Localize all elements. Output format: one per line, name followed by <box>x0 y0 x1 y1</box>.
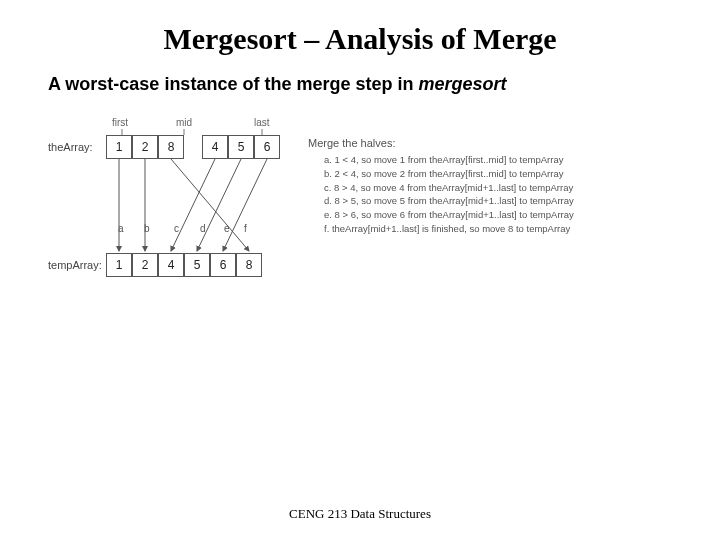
temparray-cell: 1 <box>106 253 132 277</box>
thearray-cell: 6 <box>254 135 280 159</box>
diagram: first mid last theArray: 1 2 8 4 5 6 a b… <box>48 111 688 331</box>
svg-line-7 <box>223 159 267 251</box>
thearray-cell: 4 <box>202 135 228 159</box>
merge-step: a. 1 < 4, so move 1 from theArray[first.… <box>324 153 574 167</box>
merge-step: f. theArray[mid+1..last] is finished, so… <box>324 222 574 236</box>
slide-title: Mergesort – Analysis of Merge <box>0 22 720 56</box>
thearray-cell: 2 <box>132 135 158 159</box>
subtitle-text: A worst-case instance of the merge step … <box>48 74 418 94</box>
merge-steps: a. 1 < 4, so move 1 from theArray[first.… <box>324 153 574 236</box>
label-thearray: theArray: <box>48 141 93 153</box>
step-letter: e <box>224 223 230 234</box>
thearray-cell: 1 <box>106 135 132 159</box>
merge-step: e. 8 > 6, so move 6 from theArray[mid+1.… <box>324 208 574 222</box>
step-letter: a <box>118 223 124 234</box>
temparray-row: 1 2 4 5 6 8 <box>106 253 262 277</box>
merge-heading: Merge the halves: <box>308 137 395 149</box>
footer: CENG 213 Data Structures <box>0 506 720 522</box>
temparray-cell: 8 <box>236 253 262 277</box>
subtitle-italic: mergesort <box>418 74 506 94</box>
step-letter: f <box>244 223 247 234</box>
label-last: last <box>254 117 270 128</box>
thearray-row: 1 2 8 4 5 6 <box>106 135 280 159</box>
step-letter: b <box>144 223 150 234</box>
merge-step: d. 8 > 5, so move 5 from theArray[mid+1.… <box>324 194 574 208</box>
thearray-cell: 8 <box>158 135 184 159</box>
merge-step: b. 2 < 4, so move 2 from theArray[first.… <box>324 167 574 181</box>
label-mid: mid <box>176 117 192 128</box>
label-first: first <box>112 117 128 128</box>
step-letter: d <box>200 223 206 234</box>
temparray-cell: 6 <box>210 253 236 277</box>
temparray-cell: 2 <box>132 253 158 277</box>
step-letter: c <box>174 223 179 234</box>
svg-line-6 <box>197 159 241 251</box>
thearray-cell: 5 <box>228 135 254 159</box>
array-gap <box>184 135 202 159</box>
svg-line-8 <box>171 159 249 251</box>
slide-subtitle: A worst-case instance of the merge step … <box>48 74 720 95</box>
temparray-cell: 4 <box>158 253 184 277</box>
temparray-cell: 5 <box>184 253 210 277</box>
merge-step: c. 8 > 4, so move 4 from theArray[mid+1.… <box>324 181 574 195</box>
label-temparray: tempArray: <box>48 259 102 271</box>
svg-line-5 <box>171 159 215 251</box>
